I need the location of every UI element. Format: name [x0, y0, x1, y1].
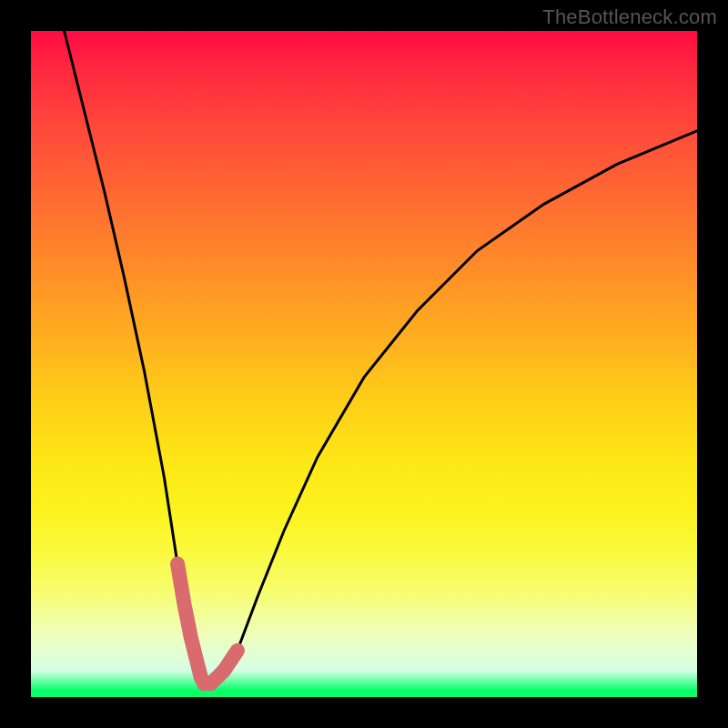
valley-highlight [177, 564, 238, 684]
watermark-text: TheBottleneck.com [542, 5, 717, 29]
bottleneck-curve [65, 31, 697, 683]
chart-svg [31, 31, 697, 697]
plot-area [31, 31, 697, 697]
